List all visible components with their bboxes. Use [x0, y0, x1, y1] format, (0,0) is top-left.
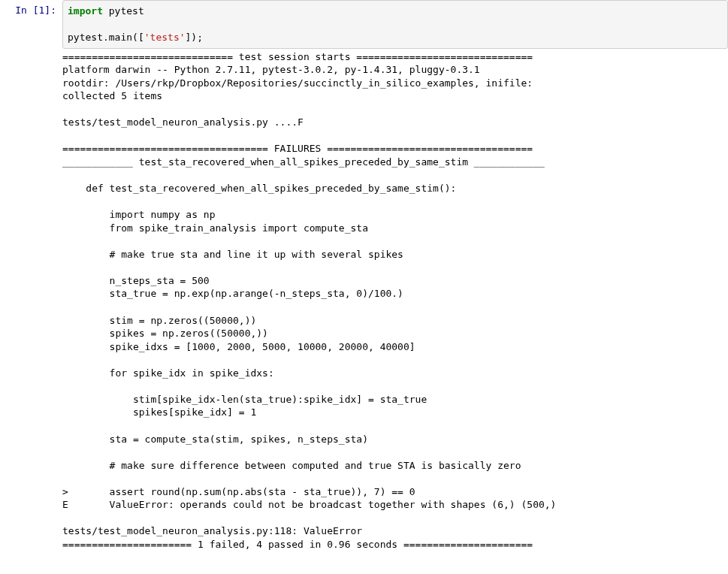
string-literal: 'tests': [144, 32, 186, 43]
code-input-area[interactable]: import pytest pytest.main(['tests']);: [62, 0, 728, 49]
output-prompt-spacer: [0, 49, 62, 551]
prompt-label: In [1]:: [15, 5, 56, 16]
call-suffix: ]);: [186, 32, 203, 43]
notebook-cell: In [1]: import pytest pytest.main(['test…: [0, 0, 728, 49]
module-name: pytest: [103, 5, 144, 17]
code-line-blank: [68, 18, 723, 32]
notebook-output-cell: ============================= test sessi…: [0, 49, 728, 551]
test-output: ============================= test sessi…: [62, 50, 728, 551]
input-prompt: In [1]:: [0, 0, 62, 49]
output-area: ============================= test sessi…: [62, 49, 728, 551]
code-line-2: pytest.main(['tests']);: [68, 31, 723, 44]
code-line-1: import pytest: [68, 5, 723, 18]
keyword-import: import: [68, 5, 103, 17]
call-prefix: pytest.main([: [68, 32, 144, 43]
